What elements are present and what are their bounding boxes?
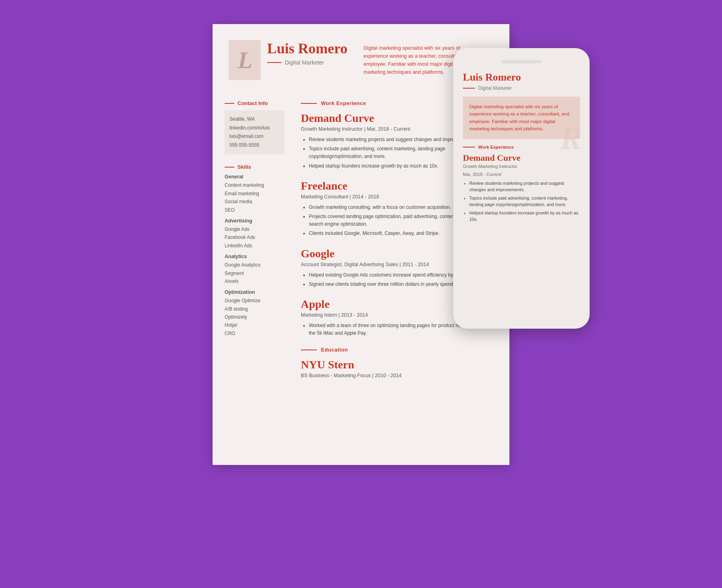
resume-title: Digital Marketer <box>285 59 324 66</box>
skills-general-item-3: Social media <box>225 198 285 206</box>
mobile-bullet-3: Helped startup founders increase growth … <box>469 210 580 223</box>
skills-analytics-item-2: Segment <box>225 269 285 277</box>
skills-advertising-item-2: Facebook Ads <box>225 233 285 241</box>
skills-optimization-item-4: Hotjar <box>225 321 285 329</box>
work-experience-title: Work Experience <box>321 100 366 106</box>
mobile-bullet-2: Topics include paid advertising, content… <box>469 195 580 208</box>
skills-general-item-1: Content marketing <box>225 181 285 189</box>
skills-advertising: Advertising Google Ads Facebook Ads Link… <box>225 218 285 250</box>
contact-email: luis@email.com <box>229 132 280 141</box>
skills-advertising-item-3: LinkedIn Ads <box>225 242 285 250</box>
skills-analytics-title: Analytics <box>225 254 285 259</box>
mobile-summary-text: Digital marketing specialist with six ye… <box>469 103 574 133</box>
contact-phone: 555-555-5555 <box>229 141 280 150</box>
header-divider-line <box>267 62 282 63</box>
contact-location: Seattle, WA <box>229 115 280 124</box>
skills-general-item-4: SEO <box>225 206 285 214</box>
skills-optimization-item-1: Google Optimize <box>225 297 285 305</box>
skills-analytics-item-1: Google Analytics <box>225 261 285 269</box>
work-experience-line <box>301 103 317 104</box>
mobile-job-role-2: Mar, 2018 - Current <box>463 172 580 177</box>
skills-header: Skills <box>225 164 285 170</box>
skills-analytics-item-3: Ahrefs <box>225 277 285 285</box>
skills-advertising-item-1: Google Ads <box>225 225 285 233</box>
skills-section: Skills General Content marketing Email m… <box>225 164 285 337</box>
skills-optimization-title: Optimization <box>225 289 285 295</box>
header-name-row: L Luis Romero Digital Marketer <box>229 40 347 80</box>
skills-title: Skills <box>237 164 251 170</box>
education-header: Education <box>301 347 497 353</box>
resume-container: L Luis Romero Digital Marketer Digital m… <box>140 24 582 465</box>
resume-monogram: L <box>229 40 261 80</box>
resume-name: Luis Romero <box>267 40 347 57</box>
skills-line <box>225 167 234 168</box>
education-title: Education <box>321 347 348 353</box>
header-divider: Digital Marketer <box>267 59 347 66</box>
education-degree: BS Business - Marketing Focus | 2010 - 2… <box>301 373 497 378</box>
skills-optimization-item-5: CRO <box>225 329 285 337</box>
contact-title: Contact Info <box>237 100 268 106</box>
skills-general-item-2: Email marketing <box>225 190 285 198</box>
education-school: NYU Stern <box>301 358 497 371</box>
mobile-name: Luis Romero <box>463 71 580 83</box>
skills-analytics: Analytics Google Analytics Segment Ahref… <box>225 254 285 285</box>
mobile-work-title: Work Experience <box>478 145 514 150</box>
mobile-divider: Digital Marketer <box>463 85 580 91</box>
education-nyu: NYU Stern BS Business - Marketing Focus … <box>301 358 497 378</box>
skills-advertising-title: Advertising <box>225 218 285 224</box>
skills-general-title: General <box>225 174 285 180</box>
mobile-divider-line <box>463 88 475 89</box>
skills-general: General Content marketing Email marketin… <box>225 174 285 214</box>
mobile-title: Digital Marketer <box>478 85 512 91</box>
skills-optimization: Optimization Google Optimize A/B testing… <box>225 289 285 337</box>
education-line <box>301 350 317 350</box>
resume-sidebar: Contact Info Seattle, WA linkedin.com/in… <box>213 92 293 404</box>
contact-line <box>225 103 234 104</box>
mobile-bullet-1: Review students marketing projects and s… <box>469 180 580 193</box>
contact-info-box: Seattle, WA linkedin.com/in/luis luis@em… <box>225 110 285 154</box>
contact-linkedin: linkedin.com/in/luis <box>229 124 280 133</box>
header-name-block: Luis Romero Digital Marketer <box>267 40 347 67</box>
contact-header: Contact Info <box>225 100 285 106</box>
skills-optimization-item-2: A/B testing <box>225 305 285 313</box>
skills-optimization-item-3: Optimizely <box>225 313 285 321</box>
mobile-job-bullets: Review students marketing projects and s… <box>463 180 580 223</box>
contact-section: Contact Info Seattle, WA linkedin.com/in… <box>225 100 285 154</box>
mobile-work-line <box>463 147 475 148</box>
mobile-monogram: R <box>560 120 582 157</box>
mobile-job-role-1: Growth Marketing Instructor <box>463 164 580 169</box>
mobile-preview: R Luis Romero Digital Marketer Digital m… <box>453 48 590 329</box>
